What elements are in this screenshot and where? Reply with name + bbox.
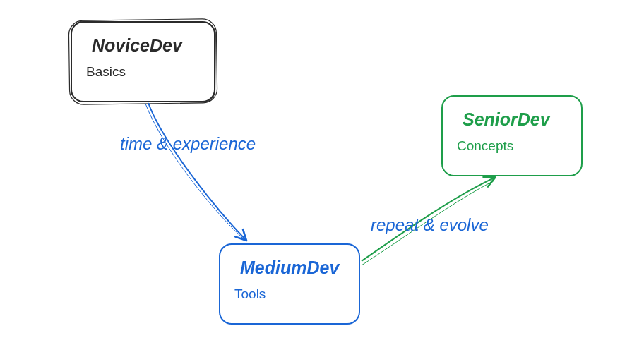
edge-label-medium-to-senior: repeat & evolve: [371, 215, 489, 235]
node-senior: SeniorDev Concepts: [441, 95, 583, 176]
diagram-canvas: NoviceDev Basics MediumDev Tools SeniorD…: [0, 0, 644, 357]
edge-label-novice-to-medium: time & experience: [120, 134, 256, 154]
node-senior-title: SeniorDev: [463, 109, 568, 130]
node-medium: MediumDev Tools: [219, 243, 360, 325]
node-novice-title: NoviceDev: [92, 35, 201, 56]
node-medium-subtitle: Tools: [234, 286, 346, 302]
edge-novice-to-medium: [148, 103, 246, 240]
node-medium-title: MediumDev: [240, 258, 346, 278]
node-novice-subtitle: Basics: [86, 64, 201, 80]
node-novice: NoviceDev Basics: [71, 21, 215, 102]
edge-novice-to-medium-sketch: [145, 104, 243, 238]
node-senior-subtitle: Concepts: [457, 138, 568, 154]
